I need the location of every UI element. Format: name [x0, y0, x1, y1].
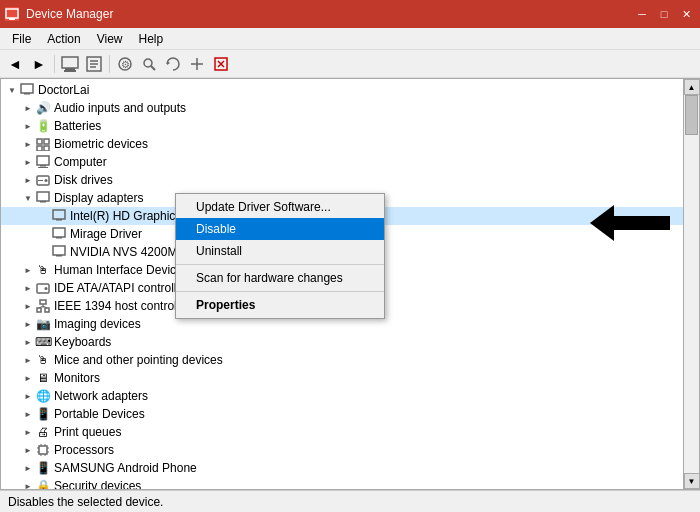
nvidia-icon — [51, 244, 67, 260]
ctx-update-driver[interactable]: Update Driver Software... — [176, 196, 384, 218]
svg-rect-35 — [53, 228, 65, 237]
processors-label: Processors — [54, 443, 114, 457]
svg-rect-38 — [56, 255, 62, 257]
app-icon — [4, 6, 20, 22]
svg-point-11 — [144, 59, 152, 67]
ctx-sep-2 — [176, 291, 384, 292]
keyboards-expander: ► — [21, 335, 35, 349]
svg-rect-41 — [40, 300, 46, 304]
menu-help[interactable]: Help — [131, 30, 172, 48]
intel-expander — [37, 209, 51, 223]
menu-view[interactable]: View — [89, 30, 131, 48]
scroll-down-button[interactable]: ▼ — [684, 473, 700, 489]
tree-item-mice[interactable]: ► 🖱 Mice and other pointing devices — [1, 351, 683, 369]
tree-item-biometric[interactable]: ► Biometric devices — [1, 135, 683, 153]
menu-bar: File Action View Help — [0, 28, 700, 50]
minimize-button[interactable]: ─ — [632, 5, 652, 23]
ctx-properties[interactable]: Properties — [176, 294, 384, 316]
title-bar-left: Device Manager — [4, 6, 113, 22]
intel-icon — [51, 208, 67, 224]
ctx-scan[interactable]: Scan for hardware changes — [176, 267, 384, 289]
svg-rect-25 — [37, 156, 49, 165]
keyboards-icon: ⌨ — [35, 334, 51, 350]
toolbar-btn-6[interactable] — [186, 53, 208, 75]
imaging-label: Imaging devices — [54, 317, 141, 331]
main-content: ▼ DoctorLai ► 🔊 Audio inputs and outputs… — [0, 78, 700, 490]
tree-item-keyboards[interactable]: ► ⌨ Keyboards — [1, 333, 683, 351]
print-label: Print queues — [54, 425, 121, 439]
tree-item-monitors[interactable]: ► 🖥 Monitors — [1, 369, 683, 387]
forward-button[interactable]: ► — [28, 53, 50, 75]
nvidia-label: NVIDIA NVS 4200M — [70, 245, 177, 259]
maximize-button[interactable]: □ — [654, 5, 674, 23]
svg-rect-31 — [37, 192, 49, 201]
svg-rect-4 — [64, 70, 76, 72]
menu-action[interactable]: Action — [39, 30, 88, 48]
root-expander: ▼ — [5, 83, 19, 97]
status-bar: Disables the selected device. — [0, 490, 700, 512]
tree-item-portable[interactable]: ► 📱 Portable Devices — [1, 405, 683, 423]
audio-label: Audio inputs and outputs — [54, 101, 186, 115]
toolbar-btn-3[interactable]: ⚙ — [114, 53, 136, 75]
toolbar-sep-1 — [54, 55, 55, 73]
svg-rect-24 — [44, 146, 49, 151]
svg-rect-23 — [37, 146, 42, 151]
imaging-icon: 📷 — [35, 316, 51, 332]
mice-expander: ► — [21, 353, 35, 367]
tree-root[interactable]: ▼ DoctorLai — [1, 81, 683, 99]
scroll-up-button[interactable]: ▲ — [684, 79, 700, 95]
toolbar-btn-2[interactable] — [83, 53, 105, 75]
biometric-expander: ► — [21, 137, 35, 151]
processors-icon — [35, 442, 51, 458]
tree-item-audio[interactable]: ► 🔊 Audio inputs and outputs — [1, 99, 683, 117]
menu-file[interactable]: File — [4, 30, 39, 48]
samsung-label: SAMSUNG Android Phone — [54, 461, 197, 475]
context-menu: Update Driver Software... Disable Uninst… — [175, 193, 385, 319]
tree-item-security[interactable]: ► 🔒 Security devices — [1, 477, 683, 490]
close-button[interactable]: ✕ — [676, 5, 696, 23]
scroll-track[interactable] — [684, 95, 699, 473]
scroll-thumb[interactable] — [685, 95, 698, 135]
title-bar: Device Manager ─ □ ✕ — [0, 0, 700, 28]
svg-point-40 — [45, 287, 48, 290]
network-icon: 🌐 — [35, 388, 51, 404]
svg-rect-26 — [40, 165, 46, 167]
svg-rect-21 — [37, 139, 42, 144]
tree-item-disk[interactable]: ► Disk drives — [1, 171, 683, 189]
tree-item-processors[interactable]: ► Processors — [1, 441, 683, 459]
keyboards-label: Keyboards — [54, 335, 111, 349]
tree-item-samsung[interactable]: ► 📱 SAMSUNG Android Phone — [1, 459, 683, 477]
svg-rect-43 — [45, 308, 49, 312]
tree-item-computer[interactable]: ► Computer — [1, 153, 683, 171]
svg-rect-36 — [56, 237, 62, 239]
samsung-icon: 📱 — [35, 460, 51, 476]
mice-label: Mice and other pointing devices — [54, 353, 223, 367]
toolbar-btn-7[interactable] — [210, 53, 232, 75]
svg-rect-47 — [39, 446, 47, 454]
toolbar-btn-1[interactable] — [59, 53, 81, 75]
svg-rect-34 — [56, 219, 62, 221]
window-controls: ─ □ ✕ — [632, 5, 696, 23]
toolbar-btn-5[interactable] — [162, 53, 184, 75]
ctx-uninstall[interactable]: Uninstall — [176, 240, 384, 262]
tree-item-batteries[interactable]: ► 🔋 Batteries — [1, 117, 683, 135]
computer-expander: ► — [21, 155, 35, 169]
mirage-expander — [37, 227, 51, 241]
mirage-icon — [51, 226, 67, 242]
toolbar-btn-4[interactable] — [138, 53, 160, 75]
arrow-head — [590, 205, 614, 241]
ctx-disable[interactable]: Disable — [176, 218, 384, 240]
display-expander: ▼ — [21, 191, 35, 205]
svg-rect-1 — [9, 18, 15, 20]
svg-marker-13 — [167, 61, 170, 65]
svg-rect-33 — [53, 210, 65, 219]
svg-rect-32 — [40, 201, 46, 203]
biometric-icon — [35, 136, 51, 152]
tree-item-print[interactable]: ► 🖨 Print queues — [1, 423, 683, 441]
svg-rect-0 — [6, 9, 18, 18]
scrollbar-right[interactable]: ▲ ▼ — [684, 78, 700, 490]
tree-item-network[interactable]: ► 🌐 Network adapters — [1, 387, 683, 405]
back-button[interactable]: ◄ — [4, 53, 26, 75]
network-label: Network adapters — [54, 389, 148, 403]
computer-icon — [19, 82, 35, 98]
